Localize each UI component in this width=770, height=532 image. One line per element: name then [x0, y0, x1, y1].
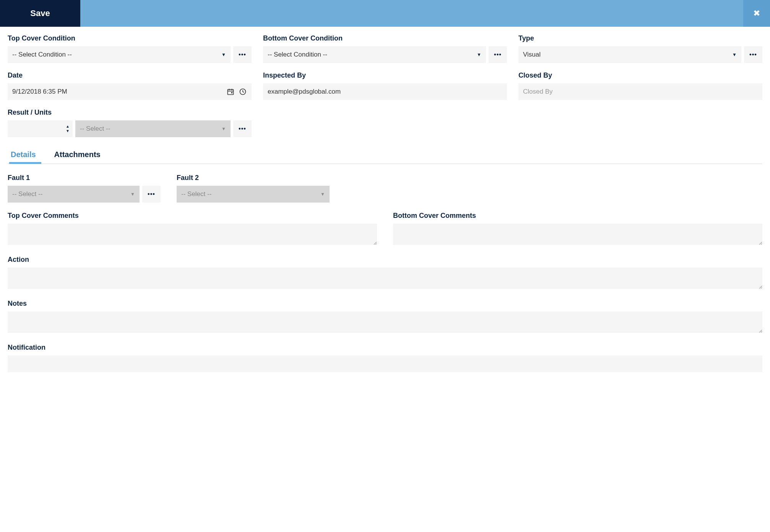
type-select[interactable]: Visual ▼: [518, 46, 741, 63]
comments-row: Top Cover Comments Bottom Cover Comments: [8, 212, 762, 247]
fault-2-select[interactable]: -- Select -- ▼: [177, 186, 330, 203]
closed-by-label: Closed By: [518, 71, 762, 79]
action-label: Action: [8, 256, 762, 264]
row-1: Top Cover Condition -- Select Condition …: [8, 34, 762, 63]
date-input[interactable]: 9/12/2018 6:35 PM: [8, 83, 252, 100]
select-value: -- Select --: [12, 190, 130, 198]
spacer-col: [263, 109, 507, 137]
bottom-cover-condition-label: Bottom Cover Condition: [263, 34, 507, 42]
fault-1-label: Fault 1: [8, 174, 161, 182]
fault-1-select[interactable]: -- Select -- ▼: [8, 186, 140, 203]
ellipsis-icon: •••: [239, 51, 246, 58]
spinner-down-icon[interactable]: ▼: [66, 129, 70, 133]
inspected-by-input[interactable]: example@pdsglobal.com: [263, 83, 507, 100]
field-action: Action: [8, 256, 762, 290]
field-closed-by: Closed By Closed By: [518, 71, 762, 100]
svg-rect-4: [231, 92, 232, 93]
notification-label: Notification: [8, 344, 762, 352]
date-icons: [226, 88, 247, 96]
save-button[interactable]: Save: [0, 0, 80, 27]
fault-2-label: Fault 2: [177, 174, 330, 182]
ellipsis-icon: •••: [494, 51, 502, 58]
chevron-down-icon: ▼: [221, 126, 226, 131]
form-area: Top Cover Condition -- Select Condition …: [0, 27, 770, 389]
ellipsis-icon: •••: [148, 191, 155, 198]
fault-1-more-button[interactable]: •••: [142, 186, 161, 203]
units-more-button[interactable]: •••: [233, 120, 252, 137]
type-more-button[interactable]: •••: [744, 46, 762, 63]
field-result-units: Result / Units ▲ ▼ -- Select -- ▼ •••: [8, 109, 252, 137]
date-label: Date: [8, 71, 252, 79]
header-spacer: [80, 0, 743, 27]
field-fault-1: Fault 1 -- Select -- ▼ •••: [8, 174, 161, 203]
spinner-arrows: ▲ ▼: [66, 125, 70, 133]
save-label: Save: [30, 8, 50, 18]
chevron-down-icon: ▼: [221, 52, 226, 57]
bottom-cover-comments-textarea[interactable]: [393, 224, 762, 245]
tab-attachments[interactable]: Attachments: [53, 146, 102, 164]
tabs: Details Attachments: [8, 146, 762, 164]
date-value: 9/12/2018 6:35 PM: [12, 88, 219, 96]
field-type: Type Visual ▼ •••: [518, 34, 762, 63]
field-bottom-cover-condition: Bottom Cover Condition -- Select Conditi…: [263, 34, 507, 63]
tab-details-label: Details: [11, 150, 36, 159]
top-cover-condition-more-button[interactable]: •••: [233, 46, 252, 63]
clock-icon[interactable]: [239, 88, 247, 96]
field-notes: Notes: [8, 300, 762, 334]
top-cover-condition-select[interactable]: -- Select Condition -- ▼: [8, 46, 231, 63]
notes-label: Notes: [8, 300, 762, 308]
spinner-up-icon[interactable]: ▲: [66, 125, 70, 128]
type-label: Type: [518, 34, 762, 42]
inspected-by-value: example@pdsglobal.com: [268, 88, 341, 96]
tab-details[interactable]: Details: [9, 146, 37, 164]
ellipsis-icon: •••: [239, 125, 246, 132]
field-top-cover-comments: Top Cover Comments: [8, 212, 377, 247]
closed-by-input[interactable]: Closed By: [518, 83, 762, 100]
bottom-cover-condition-more-button[interactable]: •••: [489, 46, 507, 63]
top-cover-condition-label: Top Cover Condition: [8, 34, 252, 42]
field-bottom-cover-comments: Bottom Cover Comments: [393, 212, 762, 247]
spacer-col-2: [518, 109, 762, 137]
units-select[interactable]: -- Select -- ▼: [75, 120, 231, 137]
result-number-input[interactable]: ▲ ▼: [8, 120, 73, 137]
field-date: Date 9/12/2018 6:35 PM: [8, 71, 252, 100]
notification-input[interactable]: [8, 355, 762, 372]
ellipsis-icon: •••: [749, 51, 757, 58]
chevron-down-icon: ▼: [732, 52, 737, 57]
select-value: Visual: [523, 51, 732, 58]
chevron-down-icon: ▼: [477, 52, 481, 57]
calendar-icon[interactable]: [226, 88, 235, 96]
action-textarea[interactable]: [8, 268, 762, 289]
closed-by-placeholder: Closed By: [523, 88, 552, 96]
inspected-by-label: Inspected By: [263, 71, 507, 79]
top-cover-comments-label: Top Cover Comments: [8, 212, 377, 220]
notes-textarea[interactable]: [8, 311, 762, 333]
close-button[interactable]: ✖: [743, 0, 770, 27]
chevron-down-icon: ▼: [320, 191, 325, 197]
top-cover-comments-textarea[interactable]: [8, 224, 377, 245]
row-2: Date 9/12/2018 6:35 PM Inspected By exam…: [8, 71, 762, 100]
row-3: Result / Units ▲ ▼ -- Select -- ▼ •••: [8, 109, 762, 137]
close-icon: ✖: [753, 8, 760, 18]
svg-rect-0: [228, 89, 234, 94]
select-value: -- Select Condition --: [268, 51, 477, 58]
faults-row: Fault 1 -- Select -- ▼ ••• Fault 2 -- Se…: [8, 174, 762, 203]
select-value: -- Select --: [181, 190, 320, 198]
tab-attachments-label: Attachments: [54, 150, 101, 159]
field-notification: Notification: [8, 344, 762, 372]
header-bar: Save ✖: [0, 0, 770, 27]
chevron-down-icon: ▼: [130, 191, 135, 197]
bottom-cover-comments-label: Bottom Cover Comments: [393, 212, 762, 220]
bottom-cover-condition-select[interactable]: -- Select Condition -- ▼: [263, 46, 486, 63]
select-value: -- Select --: [80, 125, 221, 133]
field-top-cover-condition: Top Cover Condition -- Select Condition …: [8, 34, 252, 63]
field-fault-2: Fault 2 -- Select -- ▼: [177, 174, 330, 203]
select-value: -- Select Condition --: [12, 51, 221, 58]
result-units-label: Result / Units: [8, 109, 252, 117]
field-inspected-by: Inspected By example@pdsglobal.com: [263, 71, 507, 100]
